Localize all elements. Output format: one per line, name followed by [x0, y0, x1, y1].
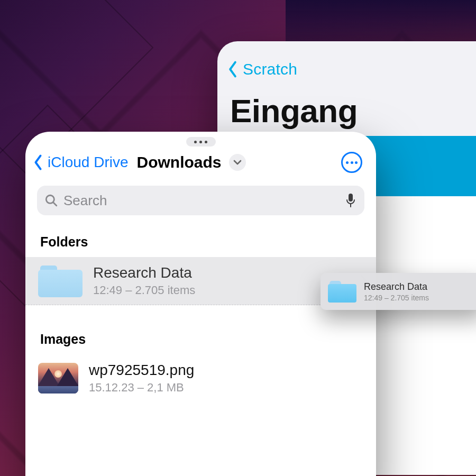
- image-thumbnail: [38, 363, 78, 393]
- drag-preview-name: Research Data: [364, 281, 476, 292]
- more-options-button[interactable]: [341, 152, 362, 173]
- search-icon: [44, 194, 58, 207]
- back-button[interactable]: iCloud Drive: [33, 154, 129, 171]
- svg-rect-2: [349, 194, 353, 202]
- dynamic-island: [186, 137, 216, 147]
- folder-icon: [38, 264, 83, 297]
- section-header-images: Images: [25, 305, 376, 354]
- back-window-title: Eingang: [217, 83, 476, 136]
- back-button-label: iCloud Drive: [48, 154, 129, 171]
- drag-preview-meta: 12:49 – 2.705 items: [364, 294, 476, 302]
- title-dropdown-button[interactable]: [229, 154, 246, 171]
- search-placeholder: Search: [63, 193, 340, 209]
- folder-meta: 12:49 – 2.705 items: [93, 283, 350, 297]
- section-header-folders: Folders: [25, 215, 376, 257]
- folder-name: Research Data: [93, 264, 350, 281]
- search-input[interactable]: Search: [37, 186, 364, 215]
- svg-line-1: [53, 202, 56, 205]
- mic-icon[interactable]: [345, 193, 356, 208]
- chevron-down-icon: [233, 160, 242, 165]
- image-row[interactable]: wp7925519.png 15.12.23 – 2,1 MB: [25, 354, 376, 402]
- chevron-left-icon: [33, 154, 43, 171]
- image-name: wp7925519.png: [89, 362, 368, 379]
- image-meta: 15.12.23 – 2,1 MB: [89, 381, 368, 395]
- chevron-left-icon[interactable]: [227, 60, 239, 78]
- folder-row-text: Research Data 12:49 – 2.705 items: [93, 264, 350, 297]
- drag-preview: Research Data 12:49 – 2.705 items: [321, 273, 476, 310]
- back-window-back-link[interactable]: Scratch: [243, 60, 297, 78]
- page-title: Downloads: [137, 153, 222, 171]
- image-row-text: wp7925519.png 15.12.23 – 2,1 MB: [89, 362, 368, 395]
- more-icon: [346, 161, 349, 164]
- back-window-navbar: Scratch: [217, 41, 476, 83]
- folder-icon: [328, 280, 356, 303]
